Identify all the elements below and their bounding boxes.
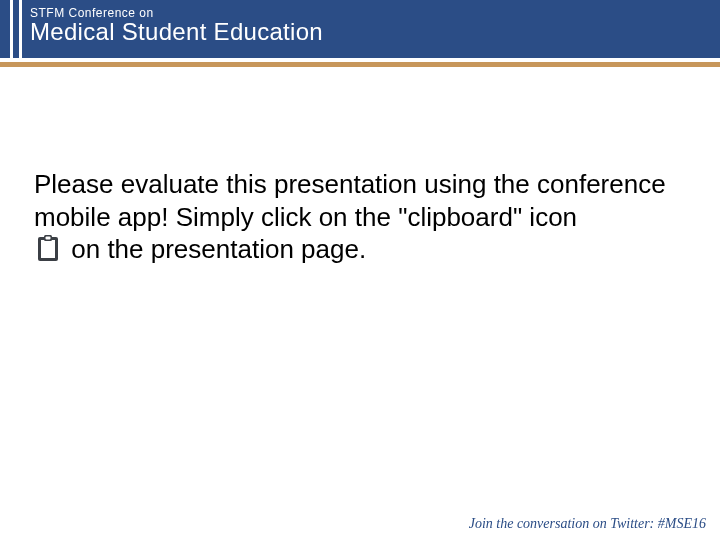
header-bar: STFM Conference on Medical Student Educa…	[0, 0, 720, 58]
svg-rect-3	[46, 237, 51, 240]
footer-text: Join the conversation on Twitter: #MSE16	[469, 516, 706, 532]
instruction-part2: on the presentation page.	[71, 234, 366, 264]
header-stripe-gap-2	[19, 0, 22, 58]
header-underline	[0, 62, 720, 67]
header-text-block: STFM Conference on Medical Student Educa…	[30, 6, 323, 46]
svg-rect-1	[41, 240, 55, 258]
clipboard-icon	[36, 234, 60, 270]
instruction-part1: Please evaluate this presentation using …	[34, 169, 666, 232]
slide: STFM Conference on Medical Student Educa…	[0, 0, 720, 540]
header-stripe-1	[0, 0, 10, 58]
header-title: Medical Student Education	[30, 18, 323, 46]
instruction-paragraph: Please evaluate this presentation using …	[34, 168, 686, 270]
body-text-block: Please evaluate this presentation using …	[34, 168, 686, 270]
